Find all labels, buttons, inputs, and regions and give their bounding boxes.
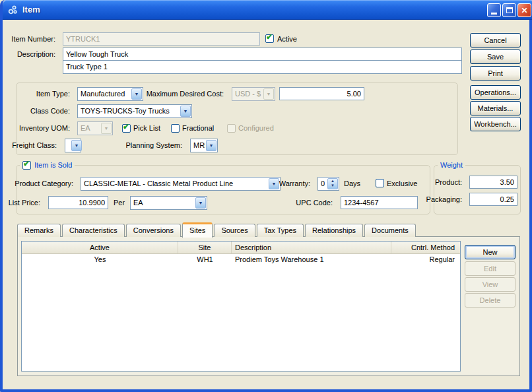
exclusive-label: Exclusive [387,177,417,190]
list-price-field[interactable]: 10.9900 [48,196,108,209]
tab-documents[interactable]: Documents [364,224,416,237]
active-checkbox[interactable]: ✔ [265,34,274,43]
weight-packaging-field[interactable]: 0.25 [469,193,517,206]
configured-label: Configured [238,121,274,135]
max-desired-cost-field[interactable]: 5.00 [279,87,364,100]
item-is-sold-label: Item is Sold [34,160,72,170]
tab-relationships[interactable]: Relationships [305,224,363,237]
check-icon: ✔ [23,159,30,169]
fractional-checkbox[interactable] [171,124,180,133]
item-number-field: YTRUCK1 [63,32,260,46]
list-price-label: List Price: [9,196,40,209]
column-header-site[interactable]: Site [178,242,232,253]
item-number-label: Item Number: [11,32,55,46]
chevron-down-icon: ▼ [101,123,112,134]
currency-combo: USD - $ ▼ [232,87,275,101]
item-is-sold-checkbox[interactable]: ✔ [22,161,31,170]
cell-site: WH1 [178,254,232,265]
warranty-spinner[interactable]: 0 ▲▼ [317,177,339,191]
new-button[interactable]: New [465,245,515,259]
tab-characteristics[interactable]: Characteristics [62,224,125,237]
column-header-description[interactable]: Description [232,242,391,253]
item-type-value: Manufactured [78,88,131,100]
days-label: Days [344,177,360,190]
cancel-button[interactable]: Cancel [470,33,521,48]
class-code-value: TOYS-TRUCKS-Toy Trucks [78,106,180,117]
product-category-combo[interactable]: CLASSIC-METAL - Classic Metal Product Li… [81,177,281,191]
upc-code-field[interactable]: 1234-4567 [341,196,418,209]
tab-sites[interactable]: Sites [182,222,213,238]
tab-bar: Remarks Characteristics Conversions Site… [17,222,417,237]
close-icon: ✕ [521,6,527,15]
description-line2-field[interactable]: Truck Type 1 [63,60,462,74]
tab-tax-types[interactable]: Tax Types [257,224,304,237]
item-is-sold-legend: ✔ Item is Sold [20,160,75,170]
chevron-down-icon: ▼ [206,140,216,151]
workbench-button[interactable]: Workbench... [470,117,521,131]
warranty-label: Warranty: [279,177,310,190]
product-category-label: Product Category: [15,177,73,190]
materials-button[interactable]: Materials... [470,101,521,115]
planning-system-value: MRP [191,140,205,151]
maximize-button[interactable] [502,3,516,17]
weight-product-field[interactable]: 3.50 [469,176,517,189]
minimize-icon [491,13,497,15]
check-icon: ✔ [123,122,129,131]
chevron-down-icon: ▼ [263,88,274,100]
item-type-label: Item Type: [36,87,70,100]
weight-product-label: Product: [435,176,462,189]
per-uom-value: EA [131,197,195,209]
minimize-button[interactable] [487,3,501,17]
class-code-label: Class Code: [30,104,70,117]
column-header-cntrl-method[interactable]: Cntrl. Method [391,242,460,253]
delete-button: Delete [465,293,515,308]
warranty-value: 0 [318,178,327,189]
exclusive-checkbox[interactable] [376,179,384,187]
sites-table-header: Active Site Description Cntrl. Method [22,242,460,254]
operations-button[interactable]: Operations... [470,85,521,100]
column-header-active[interactable]: Active [22,242,178,253]
cell-description: Prodiem Toys Warehouse 1 [232,254,391,265]
close-button[interactable]: ✕ [517,3,531,17]
inventory-uom-label: Inventory UOM: [19,121,70,135]
chevron-down-icon: ▼ [180,106,191,117]
window-title: Item [22,0,40,20]
spinner-arrows-icon: ▲▼ [327,178,338,189]
table-row[interactable]: Yes WH1 Prodiem Toys Warehouse 1 Regular [22,254,460,265]
view-button: View [465,277,515,292]
tab-conversions[interactable]: Conversions [126,224,181,237]
upc-code-label: UPC Code: [296,196,333,209]
fractional-label: Fractional [182,121,214,135]
weight-legend: Weight [438,160,465,170]
cell-cntrl-method: Regular [391,254,460,265]
currency-value: USD - $ [232,88,263,100]
description-line1-field[interactable]: Yellow Tough Truck [63,48,462,61]
print-button[interactable]: Print [470,66,521,81]
freight-class-label: Freight Class: [12,139,57,152]
pick-list-label: Pick List [133,121,160,135]
item-type-combo[interactable]: Manufactured ▼ [77,87,143,101]
edit-button: Edit [465,261,515,276]
pick-list-checkbox[interactable]: ✔ [122,124,131,133]
cell-active: Yes [22,254,178,265]
chevron-down-icon: ▼ [71,140,82,151]
per-label: Per [114,196,125,209]
inventory-uom-value: EA [78,123,100,134]
tab-remarks[interactable]: Remarks [17,224,61,237]
planning-system-combo[interactable]: MRP ▼ [190,139,218,152]
freight-class-combo[interactable]: ▼ [65,139,81,152]
maximize-icon [506,7,513,13]
product-category-value: CLASSIC-METAL - Classic Metal Product Li… [81,178,268,189]
check-icon: ✔ [266,32,273,42]
description-label: Description: [17,48,55,61]
tab-sources[interactable]: Sources [214,224,255,237]
planning-system-label: Planning System: [125,139,182,152]
chevron-down-icon: ▼ [195,197,206,209]
per-uom-combo[interactable]: EA ▼ [130,196,207,210]
chevron-down-icon: ▼ [269,178,279,189]
weight-groupbox [434,165,521,214]
class-code-combo[interactable]: TOYS-TRUCKS-Toy Trucks ▼ [77,104,192,118]
sites-table[interactable]: Active Site Description Cntrl. Method Ye… [21,241,461,372]
titlebar: Item ✕ [3,0,532,20]
save-button[interactable]: Save [470,49,521,64]
